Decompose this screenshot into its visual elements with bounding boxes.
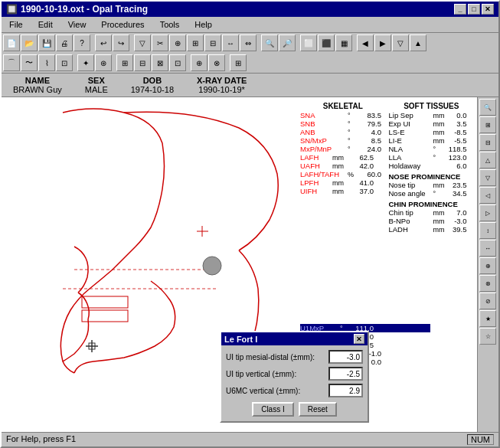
undo-button[interactable]: ↩ (95, 34, 112, 51)
rt-btn-12[interactable]: ⊘ (479, 293, 496, 309)
trace13-button[interactable]: ⊞ (230, 54, 247, 71)
trace10-button[interactable]: ⊡ (169, 54, 186, 71)
zoom-out-button[interactable]: 🔎 (279, 34, 296, 51)
save-button[interactable]: 💾 (38, 34, 55, 51)
menu-procedures[interactable]: Procedures (96, 18, 149, 31)
rt-btn-11[interactable]: ⊗ (479, 275, 496, 292)
nav3-button[interactable]: ▽ (392, 34, 409, 51)
rt-btn-10[interactable]: ⊕ (479, 257, 496, 274)
svg-point-7 (203, 257, 221, 275)
anb-row: ANB ° 4.0 (300, 128, 386, 136)
print-button[interactable]: 🖨 (56, 34, 73, 51)
menu-view[interactable]: View (64, 18, 91, 31)
nose-angle-label: Nose angle (389, 189, 433, 198)
tool1-button[interactable]: ▽ (134, 34, 151, 51)
rt-btn-6[interactable]: ◁ (479, 187, 496, 204)
nose-angle-row: Nose angle ° 34.5 (389, 189, 475, 198)
status-bar: For Help, press F1 NUM (2, 432, 498, 446)
soft-tissues-title: SOFT TISSUES (389, 102, 475, 110)
nav2-button[interactable]: ▶ (374, 34, 391, 51)
ui-tip-mesial-distal-input[interactable] (328, 350, 363, 364)
nla-row: NLA ° 118.5 (389, 145, 475, 153)
menu-edit[interactable]: Edit (34, 18, 57, 31)
tool3-button[interactable]: ⊕ (169, 34, 186, 51)
help-button[interactable]: ? (74, 34, 90, 51)
uafh-label: UAFH (300, 162, 332, 170)
trace3-button[interactable]: ⌇ (38, 54, 55, 71)
patient-info-bar: NAME BRAWN Guy SEX MALE DOB 1974-10-18 X… (2, 74, 498, 97)
patient-xray-label: X-RAY DATE (197, 76, 247, 85)
nose-tip-label: Nose tip (389, 181, 433, 189)
rt-btn-9[interactable]: ↔ (479, 240, 496, 257)
u6mc-vertical-input[interactable] (328, 384, 363, 397)
rt-btn-1[interactable]: 🔍 (479, 99, 496, 116)
redo-button[interactable]: ↪ (113, 34, 129, 51)
lafhtafh-value: 60.0 (357, 170, 381, 178)
maximize-button[interactable]: □ (468, 4, 480, 15)
trace12-button[interactable]: ⊗ (208, 54, 225, 71)
lla-unit: ° (433, 154, 446, 162)
snmxp-label: SN/MxP (300, 136, 348, 145)
tool4-button[interactable]: ⊞ (187, 34, 204, 51)
trace2-button[interactable]: 〜 (21, 54, 38, 71)
tool2-button[interactable]: ✂ (152, 34, 168, 51)
tool5-button[interactable]: ⊟ (204, 34, 221, 51)
dialog-close-button[interactable]: ✕ (354, 334, 364, 344)
zoom-in-button[interactable]: 🔍 (261, 34, 278, 51)
snmxp-row: SN/MxP ° 8.5 (300, 136, 386, 145)
patient-name-group: NAME BRAWN Guy (13, 76, 62, 94)
tool6-button[interactable]: ↔ (222, 34, 239, 51)
lip-sep-row: Lip Sep mm 0.0 (389, 111, 475, 119)
trace9-button[interactable]: ⊠ (152, 54, 168, 71)
snb-row: SNB ° 79.5 (300, 119, 386, 128)
rt-btn-4[interactable]: △ (479, 152, 496, 168)
skeletal-title: SKELETAL (300, 102, 386, 110)
lip-sep-value: 0.0 (446, 111, 467, 119)
nose-prominence-title: NOSE PROMINENCE (389, 172, 475, 181)
trace1-button[interactable]: ⌒ (3, 54, 20, 71)
right-toolbar: 🔍 ⊞ ⊟ △ ▽ ◁ ▷ ↕ ↔ ⊕ ⊗ ⊘ ★ ☆ (477, 97, 498, 432)
view3-button[interactable]: ▦ (335, 34, 352, 51)
new-button[interactable]: 📄 (3, 34, 20, 51)
menu-file[interactable]: File (5, 18, 28, 31)
rt-btn-8[interactable]: ↕ (479, 222, 496, 239)
lip-sep-label: Lip Sep (389, 111, 433, 119)
patient-name-label: NAME (13, 76, 62, 85)
view2-button[interactable]: ⬛ (318, 34, 335, 51)
rt-btn-7[interactable]: ▷ (479, 204, 496, 221)
dialog-body: UI tip mesial-distal (±mm): UI tip verti… (221, 345, 368, 421)
lpfh-unit: mm (332, 179, 349, 187)
minimize-button[interactable]: _ (454, 4, 466, 15)
mxpmnp-degree: ° (348, 146, 357, 153)
lafh-value: 62.5 (349, 153, 374, 162)
trace11-button[interactable]: ⊕ (191, 54, 208, 71)
menu-help[interactable]: Help (190, 18, 217, 31)
trace5-button[interactable]: ✦ (77, 54, 94, 71)
app-icon: 🔲 (6, 4, 18, 15)
rt-btn-2[interactable]: ⊞ (479, 116, 496, 133)
menu-tools[interactable]: Tools (155, 18, 185, 31)
open-button[interactable]: 📂 (21, 34, 38, 51)
xray-canvas-area[interactable]: SKELETAL SNA ° 83.5 SNB ° 79.5 (2, 97, 477, 432)
class-i-button[interactable]: Class I (252, 402, 294, 417)
uafh-row: UAFH mm 42.0 (300, 162, 386, 170)
rt-btn-3[interactable]: ⊟ (479, 134, 496, 151)
tool7-button[interactable]: ⇔ (240, 34, 257, 51)
nav4-button[interactable]: ▲ (410, 34, 426, 51)
title-bar-controls: _ □ ✕ (454, 4, 494, 15)
view1-button[interactable]: ⬜ (300, 34, 317, 51)
nav1-button[interactable]: ◀ (357, 34, 374, 51)
trace8-button[interactable]: ⊟ (134, 54, 151, 71)
b-npo-value: -3.0 (446, 217, 467, 225)
anb-value: 4.0 (357, 128, 381, 136)
reset-button[interactable]: Reset (299, 402, 337, 417)
ui-tip-vertical-input[interactable] (328, 367, 363, 381)
uafh-value: 42.0 (349, 162, 374, 170)
trace7-button[interactable]: ⊞ (116, 54, 133, 71)
close-button[interactable]: ✕ (482, 4, 494, 15)
rt-btn-13[interactable]: ★ (479, 310, 496, 327)
trace4-button[interactable]: ⊡ (56, 54, 73, 71)
trace6-button[interactable]: ⊛ (95, 54, 112, 71)
rt-btn-5[interactable]: ▽ (479, 169, 496, 186)
rt-btn-14[interactable]: ☆ (479, 328, 496, 345)
